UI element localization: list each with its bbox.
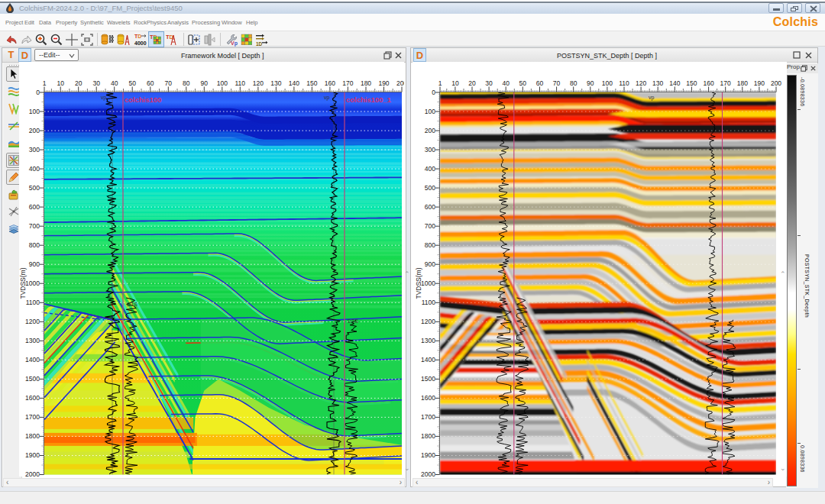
svg-text:1100: 1100	[26, 299, 40, 306]
svg-text:1800: 1800	[25, 432, 40, 440]
svg-text:DTS: DTS	[348, 318, 358, 324]
svg-text:colchis100_1: colchis100_1	[346, 95, 392, 104]
svg-text:0: 0	[36, 89, 40, 96]
svg-text:1500: 1500	[421, 375, 435, 383]
svg-text:1000: 1000	[25, 279, 40, 287]
svg-text:2000: 2000	[421, 470, 435, 478]
svg-text:1400: 1400	[25, 356, 40, 363]
svg-text:180: 180	[361, 79, 371, 87]
svg-text:400: 400	[425, 165, 435, 173]
svg-text:50: 50	[128, 79, 136, 87]
svg-text:10: 10	[57, 79, 64, 87]
svg-text:140: 140	[289, 79, 299, 87]
svg-text:1700: 1700	[421, 413, 435, 421]
svg-text:800: 800	[29, 241, 40, 249]
svg-text:1900: 1900	[25, 451, 40, 459]
svg-text:30: 30	[485, 79, 493, 87]
svg-text:130: 130	[270, 79, 281, 87]
svg-text:20: 20	[468, 79, 476, 87]
svg-text:1D: 1D	[256, 41, 263, 47]
svg-text:100: 100	[29, 108, 40, 115]
svg-text:200: 200	[396, 79, 404, 87]
svg-text:400: 400	[29, 165, 40, 173]
svg-text:150: 150	[306, 79, 317, 87]
svg-text:40: 40	[111, 79, 118, 87]
svg-text:190: 190	[378, 79, 389, 87]
svg-text:110: 110	[235, 79, 246, 87]
svg-text:60: 60	[536, 79, 544, 87]
svg-text:100: 100	[425, 108, 435, 115]
svg-text:1700: 1700	[25, 413, 40, 421]
svg-text:600: 600	[29, 203, 40, 211]
svg-text:120: 120	[636, 79, 646, 87]
svg-text:140: 140	[669, 79, 680, 87]
svg-text:700: 700	[425, 222, 435, 230]
svg-text:160: 160	[325, 79, 335, 87]
svg-text:100: 100	[217, 79, 228, 87]
svg-text:500: 500	[29, 184, 40, 192]
svg-text:2000: 2000	[25, 470, 40, 478]
svg-text:vp: vp	[324, 95, 330, 101]
svg-text:120: 120	[253, 79, 264, 87]
svg-text:190: 190	[754, 79, 765, 87]
svg-text:colchis100: colchis100	[125, 95, 162, 104]
svg-text:80: 80	[570, 79, 578, 87]
svg-text:800: 800	[425, 241, 435, 249]
svg-text:200: 200	[771, 79, 781, 87]
svg-text:TVDSS(m): TVDSS(m)	[415, 267, 422, 299]
svg-text:200: 200	[425, 127, 435, 134]
svg-text:170: 170	[720, 79, 731, 87]
svg-text:700: 700	[29, 222, 40, 230]
svg-text:900: 900	[425, 260, 435, 268]
svg-text:200: 200	[29, 127, 40, 134]
svg-text:vp: vp	[649, 95, 655, 101]
svg-text:150: 150	[686, 79, 697, 87]
svg-text:70: 70	[165, 79, 173, 87]
svg-text:80: 80	[183, 79, 190, 87]
svg-text:1400: 1400	[421, 356, 435, 363]
svg-text:1500: 1500	[25, 375, 40, 383]
svg-text:DTS: DTS	[127, 302, 138, 307]
svg-text:300: 300	[425, 146, 435, 153]
svg-text:1: 1	[438, 79, 442, 87]
svg-text:90: 90	[201, 79, 209, 87]
svg-text:900: 900	[29, 260, 40, 268]
svg-text:1300: 1300	[421, 337, 435, 344]
svg-text:160: 160	[704, 79, 714, 87]
svg-text:Vp: Vp	[231, 40, 238, 47]
svg-text:TVDSS(m): TVDSS(m)	[19, 267, 27, 299]
svg-text:600: 600	[425, 203, 435, 211]
svg-text:30: 30	[92, 79, 100, 87]
svg-text:50: 50	[519, 79, 527, 87]
svg-text:500: 500	[425, 184, 435, 192]
svg-text:130: 130	[652, 79, 663, 87]
svg-text:1600: 1600	[25, 394, 40, 402]
svg-text:170: 170	[342, 79, 353, 87]
svg-text:4000: 4000	[134, 40, 147, 46]
svg-text:1200: 1200	[421, 318, 435, 325]
svg-text:TD: TD	[134, 34, 141, 39]
svg-text:70: 70	[553, 79, 561, 87]
svg-text:1900: 1900	[421, 451, 435, 459]
svg-text:1200: 1200	[25, 318, 40, 325]
svg-text:60: 60	[147, 79, 154, 87]
svg-text:1600: 1600	[421, 394, 435, 402]
svg-text:1100: 1100	[422, 299, 436, 306]
svg-text:vp: vp	[101, 95, 107, 101]
svg-text:10: 10	[451, 79, 459, 87]
svg-text:1000: 1000	[421, 279, 435, 287]
svg-text:90: 90	[587, 79, 594, 87]
svg-text:180: 180	[737, 79, 748, 87]
svg-text:1800: 1800	[421, 432, 435, 440]
svg-text:40: 40	[502, 79, 510, 87]
svg-text:20: 20	[75, 79, 82, 87]
svg-text:1: 1	[43, 79, 47, 87]
svg-text:100: 100	[602, 79, 613, 87]
svg-text:300: 300	[29, 146, 40, 153]
svg-text:110: 110	[619, 79, 629, 87]
svg-text:1300: 1300	[25, 337, 40, 344]
svg-text:0: 0	[432, 89, 435, 96]
